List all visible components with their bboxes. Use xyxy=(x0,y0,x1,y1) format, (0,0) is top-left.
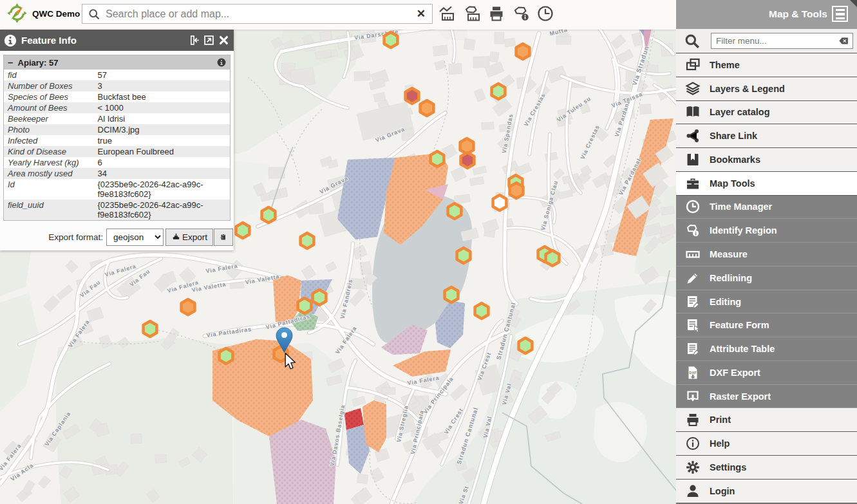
svg-text:DXF: DXF xyxy=(689,370,697,374)
